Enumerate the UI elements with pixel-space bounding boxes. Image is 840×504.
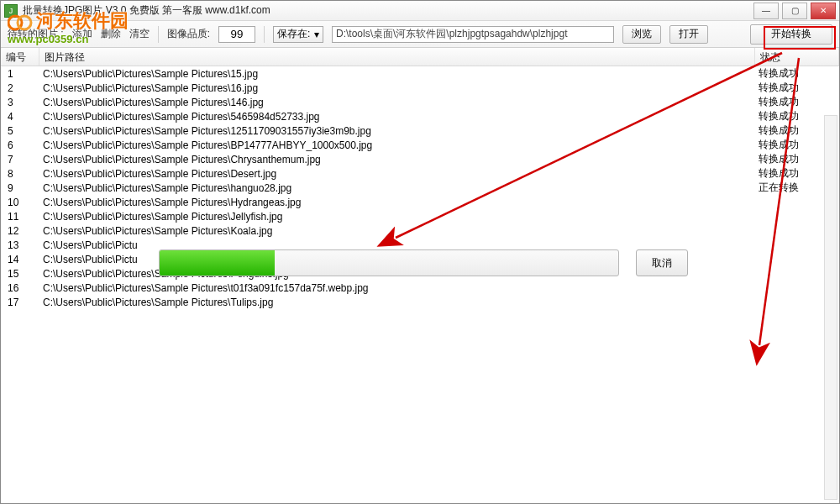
add-button[interactable]: 添加 bbox=[72, 27, 92, 41]
cell-number: 11 bbox=[1, 211, 39, 223]
col-number[interactable]: 编号 bbox=[1, 48, 39, 66]
cell-path: C:\Users\Public\Pictures\Sample Pictures… bbox=[39, 154, 755, 165]
col-path[interactable]: 图片路径 bbox=[39, 48, 755, 66]
app-icon: J bbox=[4, 4, 18, 18]
cell-path: C:\Users\Public\Pictures\Sample Pictures… bbox=[39, 111, 755, 123]
window-title: 批量转换JPG图片 V3.0 免费版 第一客服 www.d1kf.com bbox=[23, 3, 270, 18]
delete-button[interactable]: 删除 bbox=[101, 27, 121, 41]
start-convert-button[interactable]: 开始转换 bbox=[750, 24, 832, 45]
cell-number: 3 bbox=[1, 97, 39, 108]
cell-number: 6 bbox=[1, 139, 39, 151]
cell-path: C:\Users\Public\Pictures\Sample Pictures… bbox=[39, 297, 755, 308]
cell-number: 16 bbox=[1, 282, 39, 294]
table-row[interactable]: 9C:\Users\Public\Pictures\Sample Picture… bbox=[1, 181, 839, 195]
divider bbox=[264, 26, 265, 43]
divider bbox=[158, 26, 159, 43]
clear-button[interactable]: 清空 bbox=[129, 27, 150, 41]
open-button[interactable]: 打开 bbox=[669, 25, 708, 44]
cell-path: C:\Users\Public\Pictures\Sample Pictures… bbox=[39, 211, 755, 223]
chevron-down-icon: ▾ bbox=[314, 29, 319, 40]
cell-path: C:\Users\Public\Pictures\Sample Pictures… bbox=[39, 282, 755, 294]
table-row[interactable]: 4C:\Users\Public\Pictures\Sample Picture… bbox=[1, 109, 839, 123]
cell-number: 9 bbox=[1, 182, 39, 194]
cell-number: 14 bbox=[1, 254, 39, 265]
cell-number: 15 bbox=[1, 268, 39, 280]
cell-path: C:\Users\Public\Pictures\Sample Pictures… bbox=[39, 139, 755, 151]
titlebar: J 批量转换JPG图片 V3.0 免费版 第一客服 www.d1kf.com —… bbox=[1, 1, 839, 21]
cell-path: C:\Users\Public\Pictures\Sample Pictures… bbox=[39, 82, 755, 94]
images-label: 待转的图片 : bbox=[8, 27, 64, 41]
close-button[interactable]: ✕ bbox=[811, 3, 836, 19]
cell-status: 转换成功 bbox=[755, 66, 839, 81]
savein-combo[interactable]: 保存在: ▾ bbox=[273, 26, 323, 43]
cell-path: C:\Users\Public\Pictures\Sample Pictures… bbox=[39, 97, 755, 108]
cell-path: C:\Users\Public\Pictures\Sample Pictures… bbox=[39, 68, 755, 80]
table-row[interactable]: 5C:\Users\Public\Pictures\Sample Picture… bbox=[1, 123, 839, 138]
cell-number: 7 bbox=[1, 154, 39, 165]
save-path-field[interactable]: D:\tools\桌面\河东软件园\plzhjpgtpsagahdw\plzhj… bbox=[332, 26, 614, 43]
toolbar: 待转的图片 : 添加 删除 清空 图像品质: 保存在: ▾ D:\tools\桌… bbox=[1, 21, 839, 48]
table-row[interactable]: 7C:\Users\Public\Pictures\Sample Picture… bbox=[1, 152, 839, 166]
table-row[interactable]: 2C:\Users\Public\Pictures\Sample Picture… bbox=[1, 81, 839, 95]
cell-path: C:\Users\Public\Pictures\Sample Pictures… bbox=[39, 225, 755, 237]
cell-number: 4 bbox=[1, 111, 39, 123]
progress-bar bbox=[159, 249, 619, 276]
list-header: 编号 图片路径 状态 bbox=[1, 48, 839, 66]
table-row[interactable]: 1C:\Users\Public\Pictures\Sample Picture… bbox=[1, 66, 839, 81]
table-row[interactable]: 6C:\Users\Public\Pictures\Sample Picture… bbox=[1, 138, 839, 152]
cell-number: 17 bbox=[1, 297, 39, 308]
browse-button[interactable]: 浏览 bbox=[622, 25, 661, 44]
cell-path: C:\Users\Public\Pictures\Sample Pictures… bbox=[39, 168, 755, 180]
table-row[interactable]: 12C:\Users\Public\Pictures\Sample Pictur… bbox=[1, 223, 839, 238]
cell-path: C:\Users\Public\Pictures\Sample Pictures… bbox=[39, 197, 755, 208]
cancel-button[interactable]: 取消 bbox=[636, 249, 688, 276]
table-row[interactable]: 10C:\Users\Public\Pictures\Sample Pictur… bbox=[1, 195, 839, 209]
cell-status: 转换成功 bbox=[755, 95, 839, 109]
cell-path: C:\Users\Public\Pictures\Sample Pictures… bbox=[39, 125, 755, 137]
cell-number: 1 bbox=[1, 68, 39, 80]
progress-fill bbox=[160, 250, 275, 276]
savein-label: 保存在: bbox=[277, 27, 310, 41]
cell-number: 12 bbox=[1, 225, 39, 237]
col-status[interactable]: 状态 bbox=[755, 48, 839, 66]
maximize-button[interactable]: ▢ bbox=[782, 3, 807, 19]
cell-number: 2 bbox=[1, 82, 39, 94]
quality-label: 图像品质: bbox=[167, 27, 210, 41]
table-row[interactable]: 3C:\Users\Public\Pictures\Sample Picture… bbox=[1, 95, 839, 109]
table-row[interactable]: 17C:\Users\Public\Pictures\Sample Pictur… bbox=[1, 295, 839, 309]
vertical-scrollbar[interactable] bbox=[824, 115, 837, 500]
quality-input[interactable] bbox=[218, 26, 255, 43]
cell-number: 13 bbox=[1, 239, 39, 251]
cell-number: 5 bbox=[1, 125, 39, 137]
table-row[interactable]: 11C:\Users\Public\Pictures\Sample Pictur… bbox=[1, 209, 839, 223]
table-row[interactable]: 16C:\Users\Public\Pictures\Sample Pictur… bbox=[1, 281, 839, 295]
cell-path: C:\Users\Public\Pictures\Sample Pictures… bbox=[39, 182, 755, 194]
cell-status: 转换成功 bbox=[755, 81, 839, 95]
cell-number: 10 bbox=[1, 197, 39, 208]
table-row[interactable]: 8C:\Users\Public\Pictures\Sample Picture… bbox=[1, 166, 839, 181]
minimize-button[interactable]: — bbox=[753, 3, 779, 19]
cell-number: 8 bbox=[1, 168, 39, 180]
